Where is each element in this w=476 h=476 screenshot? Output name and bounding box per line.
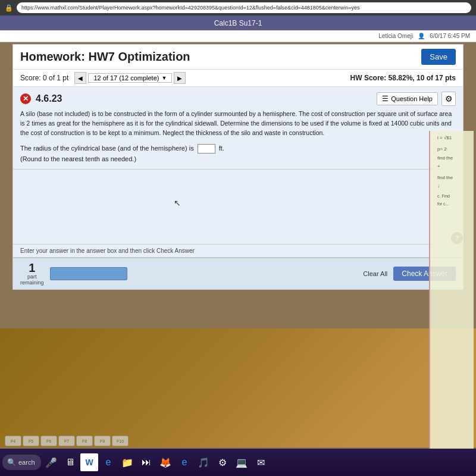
- answer-input-bar[interactable]: [50, 267, 127, 280]
- incorrect-icon: ✕: [20, 93, 31, 104]
- answer-prefix: The radius of the cylindrical base (and …: [20, 145, 194, 152]
- taskbar-icon-ie[interactable]: e: [176, 453, 193, 471]
- browser-chrome: 🔒 https://www.mathxl.com/Student/PlayerH…: [0, 0, 476, 15]
- page-header: Homework: HW7 Optimization Save: [13, 45, 463, 70]
- question-help-button[interactable]: ☰ Question Help: [377, 92, 438, 105]
- search-icon: 🔍: [7, 458, 16, 466]
- taskbar-icon-settings[interactable]: ⚙: [214, 453, 231, 471]
- user-avatar-icon: 👤: [418, 33, 425, 39]
- dropdown-icon: ▼: [161, 75, 167, 81]
- main-content: Homework: HW7 Optimization Save Score: 0…: [12, 44, 464, 290]
- question-help-label: Question Help: [391, 95, 433, 102]
- desk-area: [0, 328, 476, 447]
- settings-button[interactable]: ⚙: [441, 92, 456, 106]
- notebook-paper: l = √$1 p= 2· find the + find the ↓ c. F…: [429, 131, 474, 464]
- taskbar-icon-mic[interactable]: 🎤: [42, 453, 60, 471]
- remaining-label: remaining: [20, 280, 44, 286]
- bottom-hint: Enter your answer in the answer box and …: [13, 244, 463, 258]
- page-title: Homework: HW7 Optimization: [20, 50, 190, 64]
- answer-bar: 1 part remaining Clear All Check Answer: [13, 258, 463, 289]
- workspace: ↖ ?: [13, 170, 463, 244]
- nav-prev-button[interactable]: ◀: [74, 72, 86, 84]
- header-datetime: 6/0/17 6:45 PM: [430, 33, 470, 39]
- part-number: 1: [29, 262, 35, 274]
- user-name: Leticia Omeji: [378, 33, 413, 39]
- taskbar-icon-screen[interactable]: 🖥: [61, 453, 79, 471]
- taskbar: 🔍 earch 🎤 🖥 W e 📁 ⏭ 🦊 e 🎵 ⚙ 💻 ✉: [0, 449, 476, 476]
- nav-next-button[interactable]: ▶: [174, 72, 186, 84]
- taskbar-icon-laptop[interactable]: 💻: [233, 453, 250, 471]
- question-id-row: ✕ 4.6.23: [20, 93, 62, 104]
- taskbar-icon-music[interactable]: 🎵: [195, 453, 212, 471]
- url-bar[interactable]: https://www.mathxl.com/Student/PlayerHom…: [17, 2, 471, 13]
- tab-bar: Calc1B Su17-1: [0, 15, 476, 30]
- hint-text: Enter your answer in the answer box and …: [20, 248, 195, 254]
- part-label: part: [27, 274, 37, 280]
- save-button[interactable]: Save: [421, 49, 456, 65]
- question-area: ✕ 4.6.23 ☰ Question Help ⚙ A silo (base …: [13, 87, 463, 170]
- clear-all-button[interactable]: Clear All: [363, 270, 387, 277]
- question-header: ✕ 4.6.23 ☰ Question Help ⚙: [20, 92, 456, 106]
- list-icon: ☰: [382, 95, 389, 103]
- score-label: Score: 0 of 1 pt: [20, 74, 68, 82]
- question-id: 4.6.23: [36, 93, 62, 104]
- taskbar-icon-word[interactable]: W: [80, 453, 98, 471]
- score-bar: Score: 0 of 1 pt ◀ 12 of 17 (12 complete…: [13, 70, 463, 87]
- cursor-icon: ↖: [174, 198, 181, 208]
- part-indicator: 1 part remaining: [20, 262, 44, 286]
- answer-line: The radius of the cylindrical base (and …: [20, 143, 456, 164]
- keyboard-keys: F4 F5 F6 F7 F8 F9 F10: [5, 436, 129, 446]
- hw-score: HW Score: 58.82%, 10 of 17 pts: [350, 74, 456, 82]
- taskbar-icon-folder[interactable]: 📁: [118, 453, 136, 471]
- tab-title: Calc1B Su17-1: [214, 19, 262, 27]
- score-left: Score: 0 of 1 pt ◀ 12 of 17 (12 complete…: [20, 72, 186, 84]
- answer-note: (Round to the nearest tenth as needed.): [20, 155, 136, 162]
- answer-unit: ft.: [219, 145, 224, 152]
- nav-progress[interactable]: 12 of 17 (12 complete) ▼: [88, 73, 172, 83]
- question-tools: ☰ Question Help ⚙: [377, 92, 456, 106]
- lock-icon: 🔒: [5, 4, 13, 12]
- answer-input-inline[interactable]: [198, 144, 215, 154]
- question-text: A silo (base not included) is to be cons…: [20, 109, 456, 137]
- taskbar-icon-firefox[interactable]: 🦊: [156, 453, 174, 471]
- header-bar: Leticia Omeji 👤 6/0/17 6:45 PM: [0, 30, 476, 42]
- taskbar-icon-edge[interactable]: e: [99, 453, 117, 471]
- taskbar-icon-mail[interactable]: ✉: [252, 453, 270, 471]
- progress-text: 12 of 17 (12 complete): [93, 74, 159, 82]
- nav-controls: ◀ 12 of 17 (12 complete) ▼ ▶: [74, 72, 186, 84]
- search-text: earch: [18, 459, 35, 466]
- taskbar-icon-media[interactable]: ⏭: [137, 453, 155, 471]
- taskbar-search[interactable]: 🔍 earch: [2, 455, 41, 470]
